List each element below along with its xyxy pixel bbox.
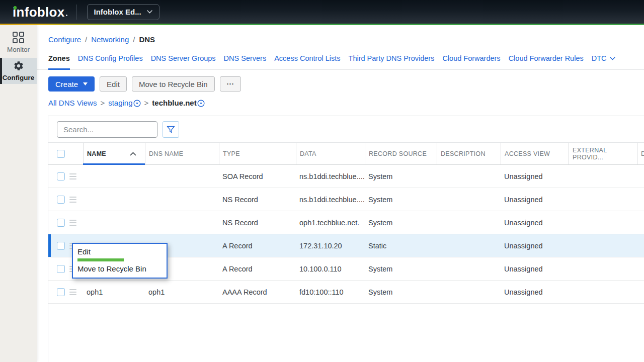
cell-record-source: System xyxy=(365,265,437,273)
row-checkbox[interactable] xyxy=(57,219,65,227)
table-row[interactable]: oph1oph1AAAA Recordfd10:100::110SystemUn… xyxy=(48,281,644,304)
column-label: EXTERNAL PROVID... xyxy=(573,147,637,161)
cell-record-source: System xyxy=(365,196,437,204)
tab-dtc[interactable]: DTC xyxy=(592,54,615,69)
column-header-record-source[interactable]: RECORD SOURCE xyxy=(365,143,437,164)
tab-dns-server-groups[interactable]: DNS Server Groups xyxy=(151,54,216,69)
row-drag-handle-icon[interactable] xyxy=(69,197,76,203)
row-checkbox[interactable] xyxy=(57,172,65,180)
column-header-type[interactable]: TYPE xyxy=(219,143,296,164)
select-all-checkbox[interactable] xyxy=(57,150,65,158)
table-row[interactable]: NS Recordoph1.techblue.net.SystemUnassig… xyxy=(48,211,644,234)
tab-label: DNS Server Groups xyxy=(151,54,216,62)
cell-dns-name: oph1 xyxy=(145,288,219,296)
create-button[interactable]: Create xyxy=(48,76,95,92)
tab-label: DTC xyxy=(592,54,607,62)
search-input[interactable] xyxy=(57,121,157,138)
tab-zones[interactable]: Zones xyxy=(48,54,70,69)
cell-access-view: Unassigned xyxy=(501,172,569,180)
row-checkbox[interactable] xyxy=(57,242,65,250)
cell-record-source: System xyxy=(365,288,437,296)
view-path-separator: > xyxy=(144,99,149,107)
tab-label: Zones xyxy=(48,54,70,62)
table-search-row xyxy=(48,116,644,143)
cell-access-view: Unassigned xyxy=(501,288,569,296)
table-row[interactable]: SOA Recordns.b1ddi.techblue....SystemUna… xyxy=(48,165,644,188)
tab-dns-servers[interactable]: DNS Servers xyxy=(224,54,267,69)
edit-button[interactable]: Edit xyxy=(100,76,127,92)
topbar-divider xyxy=(76,5,76,20)
column-label: DESCRIPTION xyxy=(441,150,486,157)
more-actions-button[interactable]: ⋯ xyxy=(220,76,241,92)
infoblox-logo: infoblox xyxy=(13,6,67,19)
filter-button[interactable] xyxy=(163,121,179,138)
cell-type: AAAA Record xyxy=(219,288,296,296)
context-menu-item-move-to-recycle-bin[interactable]: Move to Recycle Bin xyxy=(73,262,167,275)
breadcrumb-networking[interactable]: Networking xyxy=(91,35,129,44)
tab-label: Access Control Lists xyxy=(274,54,340,62)
move-to-recycle-bin-button[interactable]: Move to Recycle Bin xyxy=(132,76,215,92)
row-checkbox[interactable] xyxy=(57,288,65,296)
caret-down-icon xyxy=(83,82,88,85)
tab-dns-config-profiles[interactable]: DNS Config Profiles xyxy=(78,54,143,69)
tab-label: Third Party DNS Providers xyxy=(349,54,435,62)
cell-data: ns.b1ddi.techblue.... xyxy=(296,172,365,180)
product-switcher-button[interactable]: Infoblox Ed... xyxy=(87,4,159,20)
tab-bar: ZonesDNS Config ProfilesDNS Server Group… xyxy=(37,54,644,70)
sidebar: Monitor Configure xyxy=(0,25,37,362)
cell-access-view: Unassigned xyxy=(501,196,569,204)
techblue-zone-label: techblue.net xyxy=(152,99,204,107)
table-row[interactable]: NS Recordns.b1ddi.techblue....SystemUnas… xyxy=(48,188,644,211)
row-drag-handle-icon[interactable] xyxy=(69,289,76,295)
tab-third-party-dns-providers[interactable]: Third Party DNS Providers xyxy=(349,54,435,69)
logo-text: infoblox xyxy=(13,5,65,20)
breadcrumb-configure[interactable]: Configure xyxy=(48,35,81,44)
column-header-name[interactable]: NAME xyxy=(83,143,145,164)
filter-funnel-icon xyxy=(167,126,175,134)
circle-chevron-down-icon[interactable] xyxy=(133,100,141,107)
cell-data: fd10:100::110 xyxy=(296,288,365,296)
context-menu-item-edit[interactable]: Edit xyxy=(73,245,167,258)
column-header-description[interactable]: DESCRIPTION xyxy=(437,143,501,164)
column-label: ACCESS VIEW xyxy=(505,150,550,157)
chevron-down-icon xyxy=(147,10,152,14)
sidebar-item-monitor[interactable]: Monitor xyxy=(0,29,37,55)
sort-ascending-icon[interactable] xyxy=(130,152,136,156)
logo-green-dot-icon xyxy=(14,6,17,10)
toolbar: Create Edit Move to Recycle Bin ⋯ xyxy=(48,76,241,92)
product-switcher-label: Infoblox Ed... xyxy=(94,8,141,16)
row-checkbox[interactable] xyxy=(57,196,65,204)
row-checkbox[interactable] xyxy=(57,265,65,273)
tab-cloud-forwarders[interactable]: Cloud Forwarders xyxy=(442,54,500,69)
column-header-cut-off[interactable]: D xyxy=(637,143,644,164)
tab-access-control-lists[interactable]: Access Control Lists xyxy=(274,54,340,69)
all-dns-views-link[interactable]: All DNS Views xyxy=(48,99,97,107)
staging-view-link[interactable]: staging xyxy=(108,99,140,107)
cell-data: 172.31.10.20 xyxy=(296,242,365,250)
tab-label: Cloud Forwarders xyxy=(442,54,500,62)
column-header-data[interactable]: DATA xyxy=(296,143,365,164)
cell-record-source: System xyxy=(365,172,437,180)
chevron-down-icon xyxy=(610,57,615,60)
row-drag-handle-icon[interactable] xyxy=(69,173,76,179)
column-header-external-provider[interactable]: EXTERNAL PROVID... xyxy=(569,143,637,164)
row-drag-handle-icon[interactable] xyxy=(69,220,76,226)
column-header-access-view[interactable]: ACCESS VIEW xyxy=(501,143,569,164)
circle-chevron-down-icon[interactable] xyxy=(197,100,205,107)
cell-access-view: Unassigned xyxy=(501,265,569,273)
main-content: Configure / Networking / DNS ZonesDNS Co… xyxy=(37,25,644,362)
cell-access-view: Unassigned xyxy=(501,219,569,227)
create-button-label: Create xyxy=(55,80,78,88)
tab-label: Cloud Forwarder Rules xyxy=(509,54,584,62)
sidebar-item-label: Monitor xyxy=(7,46,30,53)
column-label: DATA xyxy=(300,150,316,157)
cell-data: oph1.techblue.net. xyxy=(296,219,365,227)
cell-type: NS Record xyxy=(219,196,296,204)
records-table-panel: NAME DNS NAME TYPE DATA RECORD SOURCE DE… xyxy=(48,116,644,362)
table-body: SOA Recordns.b1ddi.techblue....SystemUna… xyxy=(48,165,644,304)
sidebar-item-configure[interactable]: Configure xyxy=(0,58,37,84)
cell-type: A Record xyxy=(219,242,296,250)
column-header-dns-name[interactable]: DNS NAME xyxy=(145,143,219,164)
tab-cloud-forwarder-rules[interactable]: Cloud Forwarder Rules xyxy=(509,54,584,69)
cell-data: ns.b1ddi.techblue.... xyxy=(296,196,365,204)
